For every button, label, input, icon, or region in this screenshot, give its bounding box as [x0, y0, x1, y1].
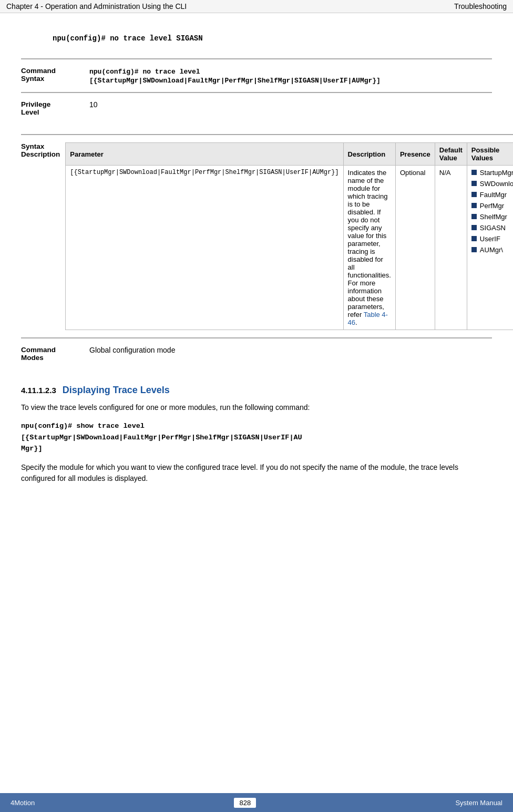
- possible-value-item: SWDownload: [471, 180, 513, 188]
- subsection-number: 4.11.1.2.3: [21, 386, 56, 395]
- possible-value-item: ShelfMgr: [471, 213, 513, 221]
- syntax-desc-row: Syntax Description Parameter Description…: [21, 135, 513, 337]
- bullet-icon: [471, 236, 477, 241]
- subsection-body1: To view the trace levels configured for …: [21, 402, 492, 413]
- footer-right: System Manual: [455, 799, 502, 807]
- privilege-level-value: 10: [89, 92, 492, 124]
- footer-page: 828: [234, 798, 256, 808]
- possible-value-item: FaultMgr: [471, 191, 513, 199]
- top-command: npu(config)# no trace level SIGASN: [53, 34, 492, 43]
- header-right: Troubleshooting: [454, 2, 507, 11]
- page-header: Chapter 4 - Operation and Administration…: [0, 0, 513, 13]
- bullet-icon: [471, 192, 477, 197]
- command-modes-value: Global configuration mode: [89, 338, 492, 369]
- bullet-icon: [471, 203, 477, 208]
- syntax-desc-label: Syntax Description: [21, 135, 65, 337]
- param-table-row: [{StartupMgr|SWDownload|FaultMgr|PerfMgr…: [66, 166, 513, 330]
- possible-value-item: AUMgr\: [471, 246, 513, 254]
- command-syntax-section: Command Syntax npu(config)# no trace lev…: [21, 58, 492, 124]
- col-presence: Presence: [395, 143, 435, 166]
- col-description: Description: [343, 143, 395, 166]
- bullet-icon: [471, 247, 477, 252]
- command-modes-row: Command Modes Global configuration mode: [21, 338, 492, 369]
- possible-value-item: PerfMgr: [471, 202, 513, 210]
- command-modes-label: Command Modes: [21, 338, 89, 369]
- col-default: Default Value: [435, 143, 467, 166]
- header-left: Chapter 4 - Operation and Administration…: [6, 2, 187, 11]
- privilege-level-label: Privilege Level: [21, 92, 89, 124]
- command-syntax-row: Command Syntax npu(config)# no trace lev…: [21, 59, 492, 92]
- bullet-icon: [471, 225, 477, 230]
- syntax-desc-table-cell: Parameter Description Presence Default V…: [65, 135, 513, 337]
- param-table-header-row: Parameter Description Presence Default V…: [66, 143, 513, 166]
- param-description-cell: Indicates the name of the module for whi…: [343, 166, 395, 330]
- page-footer: 4Motion 828 System Manual: [0, 793, 513, 812]
- main-content: npu(config)# no trace level SIGASN Comma…: [0, 13, 513, 510]
- subsection-heading: 4.11.1.2.3 Displaying Trace Levels: [21, 385, 492, 396]
- possible-value-item: UserIF: [471, 235, 513, 243]
- subsection-title: Displaying Trace Levels: [63, 385, 170, 396]
- col-possible: Possible Values: [467, 143, 513, 166]
- code-line2: [{StartupMgr|SWDownload|FaultMgr|PerfMgr…: [21, 432, 492, 444]
- subsection-body2: Specify the module for which you want to…: [21, 462, 492, 484]
- command-modes-section: Command Modes Global configuration mode: [21, 337, 492, 369]
- subsection-command: npu(config)# show trace level [{StartupM…: [21, 420, 492, 455]
- possible-values-list: StartupMgrSWDownloadFaultMgrPerfMgrShelf…: [471, 169, 513, 254]
- param-default-cell: N/A: [435, 166, 467, 330]
- possible-value-item: SIGASN: [471, 224, 513, 232]
- bullet-icon: [471, 181, 477, 186]
- footer-left: 4Motion: [11, 799, 35, 807]
- possible-value-item: StartupMgr: [471, 169, 513, 177]
- param-presence-cell: Optional: [395, 166, 435, 330]
- param-possible-cell: StartupMgrSWDownloadFaultMgrPerfMgrShelf…: [467, 166, 513, 330]
- syntax-description-section: Syntax Description Parameter Description…: [21, 134, 513, 337]
- code-line1: npu(config)# show trace level: [21, 420, 492, 432]
- command-syntax-value: npu(config)# no trace level [{StartupMgr…: [89, 59, 492, 92]
- code-line3: Mgr}]: [21, 443, 492, 455]
- param-name-cell: [{StartupMgr|SWDownload|FaultMgr|PerfMgr…: [66, 166, 343, 330]
- bullet-icon: [471, 214, 477, 219]
- bullet-icon: [471, 170, 477, 175]
- param-table: Parameter Description Presence Default V…: [65, 142, 513, 330]
- privilege-level-row: Privilege Level 10: [21, 92, 492, 124]
- col-parameter: Parameter: [66, 143, 343, 166]
- command-syntax-label: Command Syntax: [21, 59, 89, 92]
